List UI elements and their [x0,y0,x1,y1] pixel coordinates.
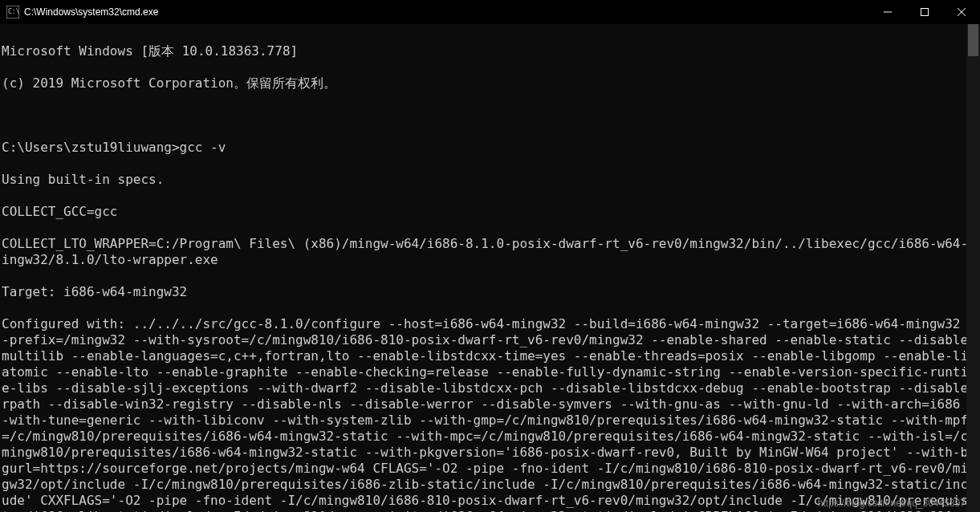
svg-rect-3 [921,9,929,16]
terminal-line: Configured with: ../../../src/gcc-8.1.0/… [2,316,978,512]
window-controls [869,0,980,24]
watermark: https://blog.csdn.net/qq_30445397 [818,498,966,509]
maximize-button[interactable] [906,0,943,24]
terminal-line: COLLECT_LTO_WRAPPER=C:/Program\ Files\ (… [2,236,978,268]
terminal-line: Target: i686-w64-mingw32 [2,284,978,300]
svg-text:C:\: C:\ [8,8,19,15]
terminal-line: COLLECT_GCC=gcc [2,204,978,220]
terminal-line: (c) 2019 Microsoft Corporation。保留所有权利。 [2,75,978,91]
scrollbar-thumb[interactable] [968,24,978,56]
terminal-line: Microsoft Windows [版本 10.0.18363.778] [2,43,978,59]
cmd-icon: C:\ [6,6,19,18]
close-button[interactable] [943,0,980,24]
scrollbar[interactable] [966,24,980,512]
terminal-line: Using built-in specs. [2,172,978,188]
terminal-prompt: C:\Users\zstu19liuwang>gcc -v [2,140,978,156]
titlebar[interactable]: C:\ C:\Windows\system32\cmd.exe [0,0,980,24]
terminal-content[interactable]: Microsoft Windows [版本 10.0.18363.778] (c… [0,24,980,512]
minimize-button[interactable] [869,0,906,24]
window-title: C:\Windows\system32\cmd.exe [24,6,869,18]
terminal-line [2,108,978,124]
